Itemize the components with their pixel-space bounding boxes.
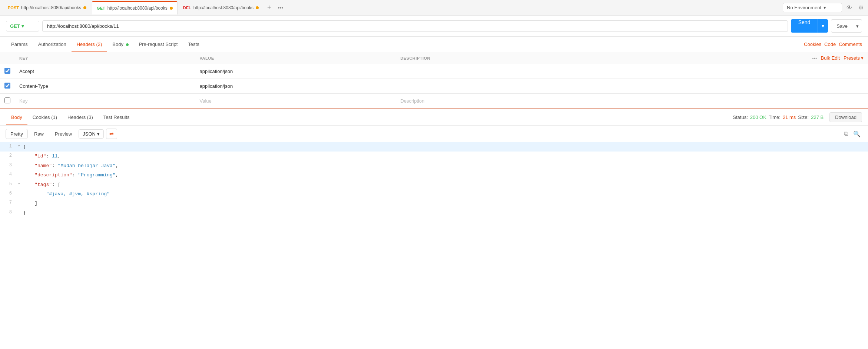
presets-label: Presets	[844, 55, 860, 61]
line-toggle-5[interactable]: ▾	[18, 180, 23, 188]
method-get-label: GET	[97, 6, 105, 10]
send-button[interactable]: Send ▾	[791, 19, 828, 33]
tab-post[interactable]: POST http://localhost:8080/api/books	[3, 1, 91, 14]
tab-get-dot	[170, 7, 173, 10]
url-bar: GET ▾ Send ▾ Save ▾	[0, 16, 868, 37]
url-input[interactable]	[42, 20, 788, 32]
tab-tests[interactable]: Tests	[183, 38, 204, 51]
checkbox-contenttype[interactable]	[4, 83, 10, 89]
line-content-3: "name": "Mudah belajar Java",	[23, 162, 118, 170]
tab-post-url: http://localhost:8080/api/books	[21, 5, 81, 10]
json-key-tags: "tags"	[34, 182, 52, 187]
send-label: Send	[791, 19, 818, 33]
line-toggle-6	[18, 190, 23, 197]
tab-body[interactable]: Body	[107, 38, 133, 51]
format-value: JSON	[83, 131, 96, 137]
format-selector[interactable]: JSON ▾	[79, 129, 104, 139]
json-line-7: 7 ]	[0, 199, 868, 208]
json-line-3: 3 "name": "Mudah belajar Java",	[0, 161, 868, 170]
line-toggle-8	[18, 209, 23, 216]
tab-headers[interactable]: Headers (2)	[72, 38, 107, 51]
key-cell-contenttype[interactable]: Content-Type	[15, 79, 195, 94]
checkbox-accept[interactable]	[4, 68, 10, 74]
copy-icon[interactable]: ⧉	[842, 129, 849, 139]
save-button[interactable]: Save ▾	[831, 19, 862, 33]
json-viewer: 1 ▾ { 2 "id": 11, 3 "name": "Mudah belaj…	[0, 142, 868, 217]
line-num-6: 6	[0, 190, 18, 198]
tab-del[interactable]: DEL http://localhost:8080/api/books	[178, 1, 264, 14]
checkbox-cell-new	[0, 94, 15, 109]
key-cell-accept[interactable]: Accept	[15, 64, 195, 79]
tab-tests-label: Tests	[188, 41, 199, 47]
tab-prerequest[interactable]: Pre-request Script	[134, 38, 183, 51]
line-toggle-1[interactable]: ▾	[18, 143, 23, 150]
wrap-button[interactable]: ⇌	[106, 129, 117, 139]
code-link[interactable]: Code	[824, 41, 836, 47]
method-selector[interactable]: GET ▾	[6, 21, 39, 31]
line-num-1: 1	[0, 143, 18, 151]
key-cell-new[interactable]: Key	[15, 94, 195, 109]
line-num-8: 8	[0, 209, 18, 217]
col-checkbox	[0, 52, 15, 64]
desc-cell-contenttype[interactable]	[396, 79, 581, 94]
cookies-link[interactable]: Cookies	[804, 41, 821, 47]
json-val-id: 11	[52, 153, 58, 159]
pretty-button[interactable]: Pretty	[6, 129, 27, 139]
line-num-5: 5	[0, 180, 18, 189]
request-tab-actions: Cookies Code Comments	[804, 41, 862, 47]
tab-get[interactable]: GET http://localhost:8080/api/books	[92, 1, 178, 14]
download-button[interactable]: Download	[829, 112, 862, 122]
resp-tab-headers[interactable]: Headers (3)	[62, 111, 98, 124]
th-dots-icon: •••	[812, 56, 817, 60]
comments-link[interactable]: Comments	[839, 41, 862, 47]
json-line-8: 8 }	[0, 208, 868, 217]
presets-chevron-icon: ▾	[861, 55, 864, 61]
method-value: GET	[10, 23, 20, 29]
header-row-accept: Accept application/json	[0, 64, 868, 79]
line-toggle-4	[18, 171, 23, 178]
value-cell-new[interactable]: Value	[195, 94, 396, 109]
line-content-2: "id": 11,	[23, 152, 60, 160]
gear-icon[interactable]: ⚙	[857, 3, 865, 13]
bulk-edit-button[interactable]: Bulk Edit	[821, 55, 840, 61]
resp-testresults-label: Test Results	[103, 114, 130, 120]
checkbox-cell-contenttype	[0, 79, 15, 94]
json-val-description: "Programming"	[78, 172, 115, 178]
eye-icon[interactable]: 👁	[845, 3, 854, 13]
resp-tab-body[interactable]: Body	[6, 111, 27, 124]
line-toggle-3	[18, 162, 23, 169]
env-chevron-icon: ▾	[824, 5, 826, 10]
save-dropdown-icon[interactable]: ▾	[853, 20, 862, 32]
actions-cell-contenttype	[581, 79, 868, 94]
resp-tab-testresults[interactable]: Test Results	[98, 111, 135, 124]
header-row-contenttype: Content-Type application/json	[0, 79, 868, 94]
preview-button[interactable]: Preview	[50, 129, 76, 139]
tab-headers-label: Headers (2)	[77, 41, 102, 47]
tab-params[interactable]: Params	[6, 38, 33, 51]
presets-button[interactable]: Presets ▾	[844, 55, 864, 61]
value-cell-accept[interactable]: application/json	[195, 64, 396, 79]
tab-body-label: Body	[112, 41, 123, 47]
desc-cell-accept[interactable]	[396, 64, 581, 79]
method-del-label: DEL	[183, 6, 191, 10]
search-icon[interactable]: 🔍	[852, 129, 862, 139]
raw-button[interactable]: Raw	[30, 129, 48, 139]
format-chevron-icon: ▾	[97, 131, 100, 137]
json-line-2: 2 "id": 11,	[0, 152, 868, 161]
value-cell-contenttype[interactable]: application/json	[195, 79, 396, 94]
checkbox-new[interactable]	[4, 97, 10, 103]
environment-selector[interactable]: No Environment ▾	[783, 3, 842, 12]
desc-cell-new[interactable]: Description	[396, 94, 581, 109]
json-key-description: "description"	[34, 172, 72, 178]
tab-authorization[interactable]: Authorization	[33, 38, 72, 51]
json-val-tags: "#java, #jvm, #spring"	[46, 191, 110, 197]
send-dropdown-icon[interactable]: ▾	[818, 19, 828, 33]
status-label: Status:	[733, 114, 748, 120]
resp-tab-cookies[interactable]: Cookies (1)	[27, 111, 62, 124]
tab-params-label: Params	[11, 41, 28, 47]
tab-del-url: http://localhost:8080/api/books	[193, 5, 254, 10]
json-line-1: 1 ▾ {	[0, 142, 868, 152]
col-value: VALUE	[195, 52, 396, 64]
add-tab-button[interactable]: +	[264, 2, 274, 13]
more-tabs-button[interactable]: •••	[275, 3, 286, 12]
